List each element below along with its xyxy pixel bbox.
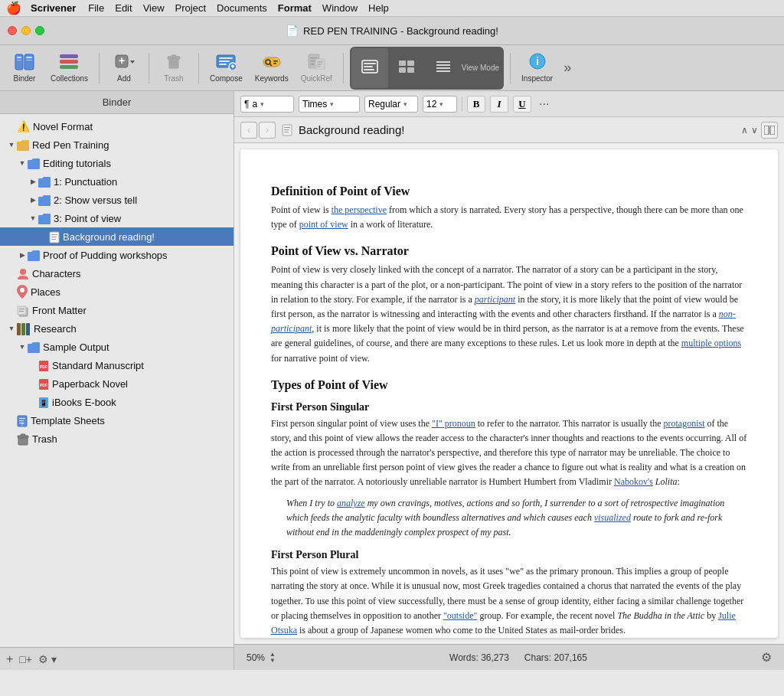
main-layout: Binder ⚠️ Novel Format ▼ Red Pen Trainin… [0,91,784,670]
zoom-control[interactable]: 50% ▲ ▼ [247,652,276,664]
nav-back-button[interactable]: ‹ [240,122,257,139]
close-button[interactable] [8,26,17,35]
svg-rect-2 [17,57,21,58]
trash-button[interactable]: Trash [155,48,192,88]
paragraph-style-select[interactable]: ¶ a ▾ [240,96,294,113]
menu-view[interactable]: View [143,2,165,14]
add-binder-group-button[interactable]: □+ [19,653,32,665]
svg-rect-4 [17,60,21,60]
binder-item-places[interactable]: Places [0,283,234,301]
menu-window[interactable]: Window [322,2,358,14]
binder-button[interactable]: Binder [6,48,43,88]
binder-item-red-pen[interactable]: ▼ Red Pen Training [0,136,234,154]
binder-item-front-matter[interactable]: Front Matter [0,301,234,319]
nav-arrows: ‹ › [240,122,276,139]
template-icon: T [17,413,28,426]
svg-rect-41 [407,60,414,66]
italic-button[interactable]: I [490,96,508,113]
chevron-down-icon: ▾ [330,100,334,108]
binder-item-characters[interactable]: Characters [0,264,234,283]
svg-rect-5 [26,60,32,60]
quickref-button[interactable]: QuickRef [296,48,337,88]
toolbar: Binder Collections + Add [0,45,784,91]
binder-header: Binder [0,91,234,114]
svg-rect-76 [21,434,25,436]
view-mode-outline[interactable] [425,48,462,88]
binder-item-show-tell[interactable]: ▶ 2: Show versus tell [0,191,234,209]
menu-format[interactable]: Format [278,2,312,14]
add-button[interactable]: + Add [106,48,142,88]
font-style-select[interactable]: Regular ▾ [364,96,418,113]
binder-item-templates[interactable]: T Template Sheets [0,411,234,430]
binder-item-label: Red Pen Training [32,139,109,151]
settings-icon[interactable]: ⚙ [761,650,772,665]
split-editor-button[interactable] [761,122,778,139]
binder-item-novel-format[interactable]: ⚠️ Novel Format [0,117,234,136]
heading-definition: Definition of Point of View [271,185,747,198]
svg-rect-82 [770,126,775,135]
toolbar-sep-5 [510,53,511,83]
apple-menu[interactable]: 🍎 [6,1,21,15]
minimize-button[interactable] [21,26,31,35]
toolbar-more[interactable]: » [560,57,574,79]
menu-help[interactable]: Help [368,2,389,14]
binder-item-label: Novel Format [33,121,93,132]
binder-item-research[interactable]: ▼ Research [0,319,234,338]
quickref-icon [306,53,326,73]
binder-item-background[interactable]: Background reading! [0,227,234,246]
title-doc-icon: 📄 [286,25,299,37]
font-size-value: 12 [426,99,436,109]
binder-item-punctuation[interactable]: ▶ 1: Punctuation [0,172,234,191]
folder-blue-icon [38,194,51,206]
binder-item-label: 3: Point of view [54,213,121,224]
font-size-select[interactable]: 12 ▾ [423,96,457,113]
svg-rect-14 [172,55,176,57]
nav-down-chevron[interactable]: ∨ [751,125,758,136]
binder-item-editing-tutorials[interactable]: ▼ Editing tutorials [0,154,234,172]
folder-blue-icon [38,212,51,224]
compose-button[interactable]: Compose [205,48,247,88]
svg-rect-40 [399,60,406,66]
fullscreen-button[interactable] [35,26,44,35]
toolbar-sep-4 [343,53,344,83]
svg-rect-6 [60,54,78,58]
add-binder-item-button[interactable]: + [6,652,13,666]
binder-item-paperback-novel[interactable]: PDF Paperback Novel [0,374,234,393]
binder-item-trash[interactable]: Trash [0,430,234,448]
view-mode-corkboard[interactable] [388,48,425,88]
font-family-select[interactable]: Times ▾ [299,96,360,113]
svg-rect-3 [26,57,32,58]
font-style-value: Regular [368,99,400,109]
binder-item-sample-output[interactable]: ▼ Sample Output [0,338,234,356]
binder-item-standard-manuscript[interactable]: PDF Standard Manuscript [0,356,234,374]
menu-project[interactable]: Project [175,2,206,14]
keywords-button[interactable]: Keywords [250,48,293,88]
binder-icon [14,54,35,73]
binder-item-ibooks[interactable]: 📱 iBooks E-book [0,393,234,411]
zoom-down-arrow[interactable]: ▼ [270,658,276,664]
format-more-button[interactable]: ··· [536,97,552,111]
quickref-label: QuickRef [301,74,332,83]
nav-up-chevron[interactable]: ∧ [741,125,748,136]
menu-edit[interactable]: Edit [115,2,132,14]
arrow-icon: ▶ [17,251,28,259]
collections-button[interactable]: Collections [46,48,93,88]
para-first-singular: First person singular point of view uses… [271,417,747,490]
binder-item-pov[interactable]: ▼ 3: Point of view [0,209,234,227]
bold-button[interactable]: B [467,96,485,113]
nav-forward-button[interactable]: › [259,122,276,139]
svg-rect-79 [284,129,289,130]
inspector-button[interactable]: i Inspector [517,48,557,88]
app-name: Scrivener [31,2,76,14]
binder-item-label: 1: Punctuation [54,176,117,188]
binder-item-pudding[interactable]: ▶ Proof of Pudding workshops [0,246,234,264]
view-mode-editor[interactable] [351,48,388,88]
document-editor[interactable]: Definition of Point of View Point of vie… [240,149,778,638]
svg-rect-42 [399,67,406,73]
menu-documents[interactable]: Documents [217,2,267,14]
places-icon [17,285,28,299]
underline-button[interactable]: U [513,96,531,113]
menu-file[interactable]: File [88,2,104,14]
zoom-arrows[interactable]: ▲ ▼ [270,652,276,664]
binder-settings-button[interactable]: ⚙ ▾ [38,653,57,665]
